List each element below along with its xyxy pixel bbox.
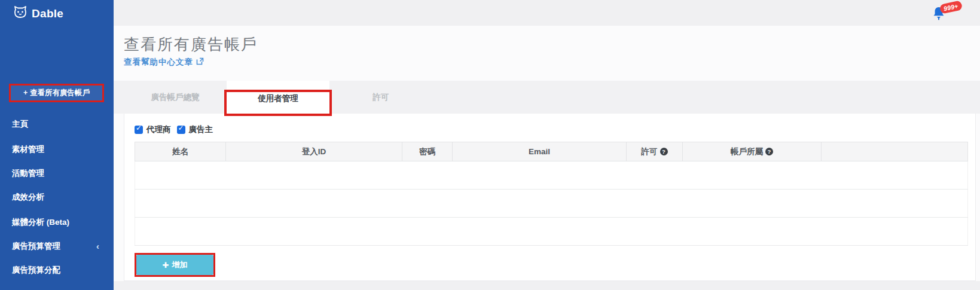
column-label: 登入ID (302, 146, 326, 157)
sidebar-item-budget-allocation[interactable]: 廣告預算分配 (12, 264, 108, 277)
annotation-box-add-button: ✚ 增加 (135, 253, 215, 277)
table-header-row: 姓名 登入ID 密碼 Email 許可 ? (135, 142, 968, 161)
table-row (135, 161, 968, 190)
sidebar-item-budget-management[interactable]: 廣告預算管理 ‹ (12, 240, 108, 253)
column-header-password: 密碼 (402, 142, 453, 161)
column-label: 姓名 (172, 146, 188, 157)
table-cell (627, 161, 683, 190)
table-cell (135, 218, 226, 246)
table-cell (453, 161, 627, 190)
tab-user-management[interactable]: 使用者管理 (227, 81, 329, 116)
column-header-email: Email (453, 142, 627, 161)
table-row (135, 190, 968, 218)
tab-label: 廣告帳戶總覽 (151, 92, 200, 103)
table-cell (683, 218, 822, 246)
sidebar-item-campaign-management[interactable]: 活動管理 (12, 167, 108, 180)
table-cell (402, 190, 453, 218)
external-link-icon (196, 57, 204, 67)
column-header-permission: 許可 ? (627, 142, 683, 161)
brand-name: Dable (32, 7, 63, 20)
table-cell (135, 161, 226, 190)
sidebar-item-home[interactable]: 主頁 (12, 118, 108, 131)
sidebar-item-label: 廣告預算管理 (12, 240, 60, 253)
sidebar-item-label: 主頁 (12, 118, 28, 131)
add-user-button[interactable]: ✚ 增加 (136, 255, 213, 275)
notifications-button[interactable]: 999+ (926, 4, 962, 22)
sidebar-item-material-management[interactable]: 素材管理 (12, 143, 108, 156)
help-center-link[interactable]: 查看幫助中心文章 (124, 57, 204, 68)
table-cell (226, 161, 402, 190)
filter-advertiser[interactable]: 廣告主 (177, 124, 213, 135)
table-cell (402, 161, 453, 190)
annotation-box-view-all-accounts: + 查看所有廣告帳戶 (9, 84, 104, 102)
help-question-icon[interactable]: ? (660, 148, 668, 155)
column-header-actions (822, 142, 968, 161)
table-cell (822, 161, 968, 190)
checkbox-checked-icon[interactable] (135, 126, 143, 134)
dable-owl-icon (13, 6, 28, 22)
table-cell (822, 218, 968, 246)
filter-agency-label: 代理商 (146, 124, 171, 135)
column-header-name: 姓名 (135, 142, 226, 161)
chevron-left-icon: ‹ (96, 240, 99, 253)
sidebar-item-label: 廣告預算分配 (12, 264, 60, 277)
brand-logo[interactable]: Dable (13, 6, 63, 22)
table-cell (453, 218, 627, 246)
table-cell (226, 218, 402, 246)
notification-count-badge: 999+ (939, 0, 963, 14)
column-header-account-belonging: 帳戶所屬 ? (683, 142, 822, 161)
tab-label: 使用者管理 (258, 93, 298, 104)
column-label: 密碼 (419, 146, 435, 157)
tab-permission[interactable]: 許可 (329, 81, 432, 114)
checkbox-checked-icon[interactable] (177, 126, 185, 134)
table-cell (822, 190, 968, 218)
top-header-bar: 999+ (114, 0, 980, 26)
sidebar-item-label: 素材管理 (12, 143, 44, 156)
sidebar-item-label: 媒體分析 (Beta) (12, 216, 69, 229)
user-table: 姓名 登入ID 密碼 Email 許可 ? (135, 142, 968, 246)
sidebar-item-view-all-ad-accounts[interactable]: + 查看所有廣告帳戶 (11, 86, 102, 100)
column-label: 許可 (642, 146, 658, 157)
tab-label: 許可 (373, 92, 389, 103)
column-header-login-id: 登入ID (226, 142, 402, 161)
page-background (114, 281, 980, 290)
filter-row: 代理商 廣告主 (135, 125, 975, 135)
table-cell (683, 190, 822, 218)
sidebar-item-media-analysis-beta[interactable]: 媒體分析 (Beta) (12, 216, 108, 229)
tab-ad-account-overview[interactable]: 廣告帳戶總覽 (124, 81, 227, 114)
help-link-text: 查看幫助中心文章 (124, 57, 193, 68)
sidebar-item-label: 活動管理 (12, 167, 44, 180)
sidebar-item-performance-analysis[interactable]: 成效分析 (12, 191, 108, 204)
table-cell (135, 190, 226, 218)
table-cell (627, 190, 683, 218)
column-label: 帳戶所屬 (731, 146, 763, 157)
page-title: 查看所有廣告帳戶 (124, 34, 258, 55)
title-section: 查看所有廣告帳戶 查看幫助中心文章 (114, 26, 980, 81)
table-cell (627, 218, 683, 246)
table-cell (226, 190, 402, 218)
plus-icon: ✚ (163, 261, 169, 270)
main-area: 999+ 查看所有廣告帳戶 查看幫助中心文章 廣告帳戶總覽 使用者管理 許可 (114, 0, 980, 290)
tab-bar: 廣告帳戶總覽 使用者管理 許可 (114, 81, 980, 114)
table-cell (683, 161, 822, 190)
content-panel: 代理商 廣告主 姓名 登入ID (124, 114, 976, 281)
filter-advertiser-label: 廣告主 (189, 124, 213, 135)
table-cell (402, 218, 453, 246)
help-question-icon[interactable]: ? (765, 148, 773, 155)
table-row (135, 218, 968, 246)
column-label: Email (529, 147, 550, 156)
table-cell (453, 190, 627, 218)
sidebar-item-label: 成效分析 (12, 191, 44, 204)
add-button-label: 增加 (172, 260, 187, 270)
sidebar: Dable + 查看所有廣告帳戶 主頁 素材管理 活動管理 成效分析 媒體分析 … (0, 0, 114, 290)
filter-agency[interactable]: 代理商 (135, 124, 171, 135)
